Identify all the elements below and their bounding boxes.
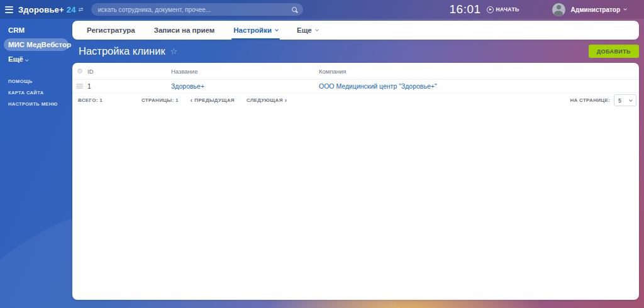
column-header-id[interactable]: ID — [87, 68, 171, 75]
sidebar-item-mis-medvebstor[interactable]: МИС МедВебстор — [4, 38, 69, 51]
favorite-star-icon[interactable]: ☆ — [170, 47, 178, 56]
cell-name-link[interactable]: Здоровье+ — [171, 82, 319, 90]
avatar — [552, 3, 565, 16]
search-icon — [292, 7, 297, 12]
tab-label: Настройки — [233, 26, 272, 34]
add-button[interactable]: ДОБАВИТЬ — [589, 45, 639, 58]
tab-more[interactable]: Еще — [287, 21, 328, 40]
next-label: СЛЕДУЮЩАЯ — [247, 97, 283, 103]
tab-label: Регистратура — [87, 26, 135, 34]
sidebar-footer: ПОМОЩЬ КАРТА САЙТА НАСТРОИТЬ МЕНЮ — [0, 75, 72, 109]
chevron-down-icon — [25, 58, 28, 61]
cell-company-link[interactable]: ООО Медицинский центр "Здоровье+" — [319, 82, 633, 90]
tab-registratura[interactable]: Регистратура — [77, 21, 145, 40]
tab-label: Еще — [297, 26, 312, 34]
clock-time[interactable]: 16:01 — [450, 3, 481, 16]
user-name: Администратор — [571, 6, 620, 13]
chevron-left-icon: ‹ — [191, 97, 193, 104]
column-header-name[interactable]: Название — [171, 68, 319, 75]
play-icon — [487, 6, 494, 13]
tab-nastroyki[interactable]: Настройки — [224, 21, 287, 40]
pages-label: СТРАНИЦЫ: — [142, 97, 174, 103]
start-workday-button[interactable]: НАЧАТЬ — [487, 6, 519, 13]
chevron-down-icon — [315, 28, 319, 31]
sidebar-link-help[interactable]: ПОМОЩЬ — [0, 75, 72, 87]
grid-settings-gear-icon[interactable]: ⚙ — [75, 68, 87, 75]
logo-text: Здоровье+ — [18, 5, 64, 14]
total-value: 1 — [99, 97, 103, 103]
chevron-down-icon — [629, 98, 633, 102]
row-drag-handle-icon[interactable] — [76, 84, 83, 89]
tab-zapisi-na-priem[interactable]: Записи на прием — [145, 21, 225, 40]
pages-count: СТРАНИЦЫ: 1 — [142, 97, 179, 103]
column-header-company[interactable]: Компания — [319, 68, 633, 75]
search-input[interactable] — [97, 6, 292, 13]
main-area: Регистратура Записи на прием Настройки Е… — [72, 19, 639, 308]
chevron-right-icon: › — [285, 97, 287, 104]
per-page-label: НА СТРАНИЦЕ: — [570, 97, 610, 103]
per-page-select[interactable]: 5 — [614, 94, 636, 106]
sidebar-item-more[interactable]: Ещё — [4, 53, 32, 65]
total-label: ВСЕГО: — [78, 97, 98, 103]
page-header: Настройка клиник ☆ ДОБАВИТЬ — [72, 40, 639, 63]
chevron-down-icon — [275, 28, 279, 31]
previous-page-button[interactable]: ‹ПРЕДЫДУЩАЯ — [191, 97, 235, 104]
table-row: 1 Здоровье+ ООО Медицинский центр "Здоро… — [72, 80, 639, 93]
user-menu[interactable]: Администратор — [552, 3, 626, 16]
section-tabs: Регистратура Записи на прием Настройки Е… — [72, 21, 639, 40]
pagination-bar: ВСЕГО: 1 СТРАНИЦЫ: 1 ‹ПРЕДЫДУЩАЯ СЛЕДУЮЩ… — [72, 93, 639, 107]
grid-header-row: ⚙ ID Название Компания — [72, 63, 639, 80]
hamburger-menu-icon[interactable] — [5, 6, 13, 13]
clinics-grid-panel: ⚙ ID Название Компания 1 Здоровье+ ООО М… — [72, 63, 639, 300]
global-search[interactable] — [91, 3, 303, 16]
tab-label: Записи на прием — [154, 26, 215, 34]
previous-label: ПРЕДЫДУЩАЯ — [194, 97, 234, 103]
sidebar-more-label: Ещё — [8, 55, 23, 63]
cell-id: 1 — [87, 82, 171, 90]
start-label: НАЧАТЬ — [496, 6, 519, 13]
app-logo: Здоровье+ 24 ⇄ — [18, 5, 83, 14]
chevron-down-icon — [623, 7, 627, 11]
sidebar-item-crm[interactable]: CRM — [4, 24, 29, 36]
app-body: CRM МИС МедВебстор Ещё ПОМОЩЬ КАРТА САЙТ… — [0, 19, 644, 308]
top-bar: Здоровье+ 24 ⇄ 16:01 НАЧАТЬ Администрато… — [0, 0, 644, 19]
next-page-button[interactable]: СЛЕДУЮЩАЯ› — [247, 97, 287, 104]
sidebar-link-sitemap[interactable]: КАРТА САЙТА — [0, 87, 72, 98]
page-title: Настройка клиник — [79, 45, 165, 57]
pages-value: 1 — [175, 97, 179, 103]
total-count: ВСЕГО: 1 — [78, 97, 103, 103]
sidebar-link-configure-menu[interactable]: НАСТРОИТЬ МЕНЮ — [0, 98, 72, 109]
logo-edit-icon[interactable]: ⇄ — [79, 6, 84, 13]
per-page-value: 5 — [618, 97, 621, 104]
logo-suffix: 24 — [67, 5, 76, 14]
sidebar: CRM МИС МедВебстор Ещё ПОМОЩЬ КАРТА САЙТ… — [0, 19, 72, 308]
